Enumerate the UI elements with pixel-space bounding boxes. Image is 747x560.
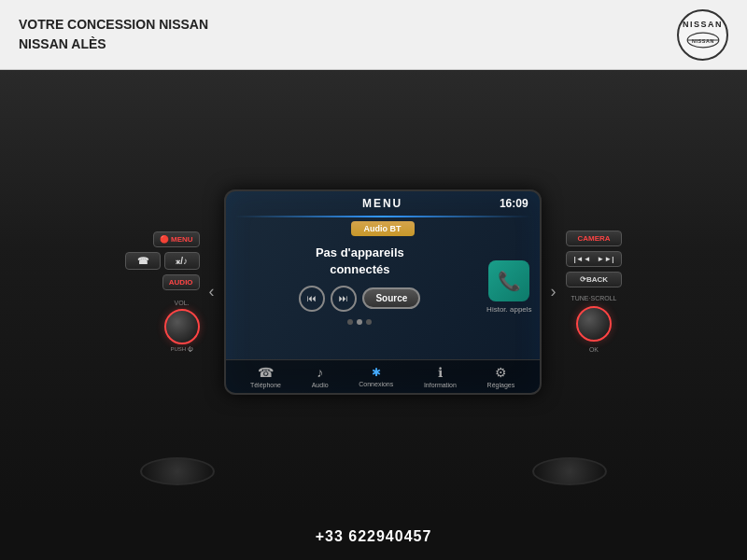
nav-connexions[interactable]: ✱ Connexions <box>359 366 393 387</box>
nav-right-arrow[interactable]: › <box>551 282 557 301</box>
dealership-info: VOTRE CONCESSION NISSAN NISSAN ALÈS <box>19 15 208 54</box>
volume-knob[interactable] <box>164 309 200 344</box>
phone-area: 📞 Histor. appels <box>486 260 531 314</box>
left-panel: 🔴 MENU ☎ ⁎/♪ AUDIO VOL. PUSH ⏻ <box>125 231 200 352</box>
blue-accent-bar <box>235 216 530 217</box>
infotainment-unit: 🔴 MENU ☎ ⁎/♪ AUDIO VOL. PUSH ⏻ ‹ <box>125 189 623 395</box>
bottom-navigation: ☎ Téléphone ♪ Audio ✱ Connexions ℹ Infor… <box>226 359 540 393</box>
dealership-line1: VOTRE CONCESSION NISSAN <box>19 15 208 35</box>
dashboard-vents <box>140 457 607 485</box>
push-label: PUSH ⏻ <box>170 346 192 352</box>
menu-button[interactable]: 🔴 MENU <box>153 231 200 247</box>
ok-label: OK <box>566 346 623 353</box>
svg-text:NISSAN: NISSAN <box>692 38 714 44</box>
media-mode-button[interactable]: ⁎/♪ <box>164 252 200 270</box>
tune-scroll-label: TUNE·SCROLL <box>566 295 623 301</box>
dealership-line2: NISSAN ALÈS <box>19 35 208 54</box>
call-history-label: Histor. appels <box>486 305 531 314</box>
dot-3 <box>366 319 372 325</box>
next-track-button[interactable]: ⏭ <box>331 286 357 312</box>
audio-button[interactable]: AUDIO <box>162 274 200 290</box>
nav-telephone[interactable]: ☎ Téléphone <box>250 365 281 388</box>
right-panel: CAMERA |◄◄ ►►| ⟳BACK TUNE·SCROLL OK <box>566 231 623 353</box>
media-prev-next-buttons[interactable]: |◄◄ ►►| <box>566 251 623 267</box>
media-controls: ⏮ ⏭ Source <box>299 286 420 312</box>
prev-track-button[interactable]: ⏮ <box>299 286 325 312</box>
right-vent <box>532 457 607 485</box>
nissan-logo: NISSAN NISSAN <box>677 9 728 61</box>
nav-information[interactable]: ℹ Information <box>424 365 457 388</box>
no-devices-message: Pas d'appareils connectés <box>316 245 404 278</box>
connexions-icon: ✱ <box>372 366 381 379</box>
header: VOTRE CONCESSION NISSAN NISSAN ALÈS NISS… <box>0 0 747 70</box>
left-vent <box>140 457 215 485</box>
center-screen: MENU 16:09 Audio BT Pas d'appareils conn… <box>224 189 542 395</box>
source-button[interactable]: Source <box>362 287 420 309</box>
information-icon: ℹ <box>438 365 443 380</box>
screen-time: 16:09 <box>500 197 529 210</box>
audio-bt-tab[interactable]: Audio BT <box>351 221 415 236</box>
screen-main-content: Pas d'appareils connectés ⏮ ⏭ Source <box>226 240 540 334</box>
screen-top-bar: MENU 16:09 <box>226 191 540 216</box>
camera-button[interactable]: CAMERA <box>566 231 623 246</box>
nav-reglages[interactable]: ⚙ Réglages <box>487 365 515 388</box>
center-audio-content: Pas d'appareils connectés ⏮ ⏭ Source <box>233 245 487 329</box>
nav-left-arrow[interactable]: ‹ <box>209 282 215 301</box>
call-history-icon[interactable]: 📞 <box>488 260 529 301</box>
car-interior: 🔴 MENU ☎ ⁎/♪ AUDIO VOL. PUSH ⏻ ‹ <box>0 70 747 513</box>
nav-audio[interactable]: ♪ Audio <box>312 365 329 388</box>
tune-scroll-knob[interactable] <box>576 306 612 342</box>
contact-phone: +33 622940457 <box>316 528 432 545</box>
call-button[interactable]: ☎ <box>125 252 161 270</box>
settings-icon: ⚙ <box>495 365 507 380</box>
dot-1 <box>347 319 353 325</box>
dot-2 <box>357 319 362 325</box>
audio-icon: ♪ <box>317 365 323 380</box>
vol-label: VOL. <box>175 300 190 306</box>
telephone-icon: ☎ <box>258 365 274 380</box>
page-dots <box>347 319 372 325</box>
back-button[interactable]: ⟳BACK <box>566 272 623 287</box>
footer: +33 622940457 <box>0 513 747 560</box>
menu-title: MENU <box>362 197 402 210</box>
